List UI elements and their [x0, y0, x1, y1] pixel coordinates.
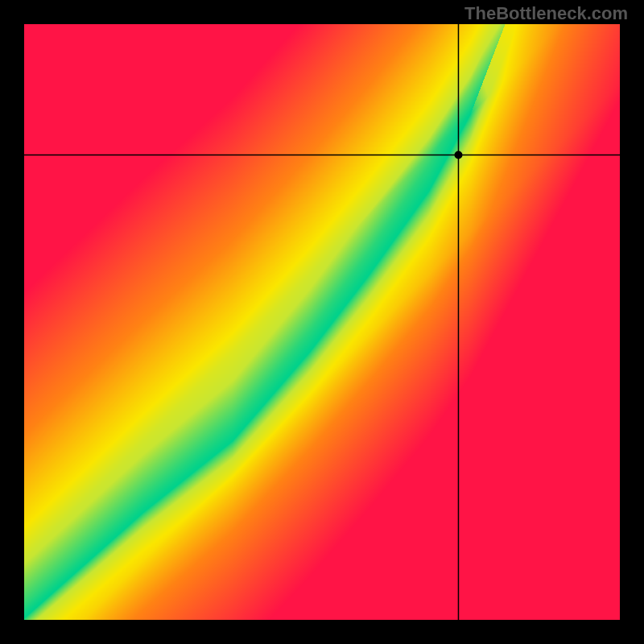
chart-container: TheBottleneck.com [0, 0, 644, 644]
heatmap-canvas [24, 24, 620, 620]
heatmap-plot [24, 24, 620, 620]
watermark-text: TheBottleneck.com [464, 3, 628, 24]
